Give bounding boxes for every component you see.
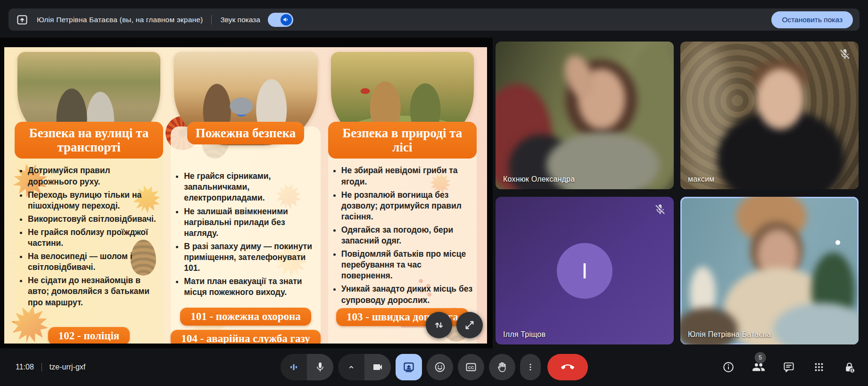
host-controls-button[interactable] [843,361,856,374]
participant-name: Ілля Тріщов [503,330,546,339]
end-call-button[interactable] [547,354,588,380]
control-bar: 11:08 tze-urrj-gxf [0,348,868,386]
raise-hand-icon [496,361,508,373]
clock-time: 11:08 [16,363,34,371]
share-sound-toggle[interactable] [268,13,293,27]
presenter-label: Юлія Петрівна Батаєва (вы, на главном эк… [37,16,203,24]
present-icon [403,361,415,373]
emergency-badge: 102 - поліція [48,327,130,344]
reactions-button[interactable] [427,354,453,380]
column-title: Безпека на вулиці та транспорті [15,122,163,159]
reactions-icon [434,361,446,373]
slide-column-fire-safety: Пожежна безпека Не грайся сірниками, зап… [171,47,321,344]
divider [211,15,212,25]
divider [41,363,42,371]
bullet-item: Переходь вулицю тільки на пішохідному пе… [28,190,161,211]
bullet-item: Уникай занадто диких місць без супроводу… [341,284,475,305]
bullet-item: Повідомляй батьків про місце перебування… [341,249,475,281]
mic-icon[interactable] [307,354,333,380]
emergency-badge: 101 - пожежна охорона [180,308,311,326]
participant-count-badge: 5 [755,352,766,363]
apps-button[interactable] [812,361,826,374]
participant-tile-bataieva[interactable]: Юлія Петрівна Батаєва [680,197,859,344]
captions-icon: CC [465,361,477,373]
meeting-panels: 5 [722,361,856,374]
chat-button[interactable] [782,361,795,374]
swap-tiles-icon [433,319,445,331]
shared-screen-stage: Безпека на вулиці та транспорті Дотримуй… [0,38,493,348]
slide-column-street-safety: Безпека на вулиці та транспорті Дотримуй… [15,47,163,344]
end-call-icon [561,361,574,374]
emergency-badge: 104 - аварійна служба газу [171,330,321,344]
more-options-icon [526,362,535,372]
participants-grid: Кохнюк Олександра максим І Ілля Тріщов [496,42,859,344]
chevron-up-icon[interactable] [338,354,364,380]
bullet-item: На велосипеді — шолом і світловідбивачі. [28,251,161,273]
bullet-item: Не збирай невідомі гриби та ягоди. [341,165,475,187]
stop-presenting-button[interactable]: Остановить показ [771,11,853,28]
bullet-item: В разі запаху диму — покинути приміщення… [184,241,319,274]
participant-tile-maksym[interactable]: максим [680,42,859,189]
avatar: І [557,243,612,299]
participant-tile-illia[interactable]: І Ілля Тріщов [496,197,674,344]
participant-name: Юлія Петрівна Батаєва [688,330,771,339]
meeting-info: 11:08 tze-urrj-gxf [16,363,85,371]
presentation-banner: Юлія Петрівна Батаєва (вы, на главном эк… [8,8,860,31]
mic-off-icon [839,48,851,60]
column-title: Безпека в природі та лісі [328,122,477,159]
share-sound-label: Звук показа [220,16,260,24]
svg-text:CC: CC [468,365,474,370]
fullscreen-button[interactable] [456,312,483,338]
camera-icon[interactable] [364,354,391,380]
bullet-item: Одягайся за погодою, бери запасний одяг. [341,225,475,246]
apps-icon [813,361,825,373]
participant-name: Кохнюк Олександра [503,175,575,184]
bullet-item: Не грайся поблизу проїжджої частини. [28,227,161,249]
chat-icon [783,361,795,373]
meeting-code: tze-urrj-gxf [50,363,85,371]
participant-tile-kokhnyuk[interactable]: Кохнюк Олександра [496,42,674,189]
captions-button[interactable]: CC [458,354,484,380]
present-icon [16,14,28,26]
highlight-dot [835,240,840,245]
presentation-slide: Безпека на вулиці та транспорті Дотримуй… [4,47,487,344]
bullet-item: Не розпалюй вогнища без дозволу; дотриму… [341,190,475,222]
meet-window: Юлія Петрівна Батаєва (вы, на главном эк… [0,0,868,386]
raise-hand-button[interactable] [489,354,515,380]
bullet-item: Не залишай ввімкненими нагрівальні прила… [184,206,319,239]
swap-tiles-button[interactable] [426,312,452,338]
info-button[interactable] [722,361,735,374]
bullet-item: Дотримуйся правил дорожнього руху. [28,165,161,187]
mic-control[interactable] [281,354,333,380]
more-options-button[interactable] [520,354,541,380]
avatar-letter: І [582,258,588,284]
host-controls-icon [843,361,856,374]
bullet-item: Не грайся сірниками, запальничками, елек… [184,171,319,203]
speaker-icon [281,14,292,25]
bullet-list: Не грайся сірниками, запальничками, елек… [171,171,321,300]
call-controls: CC [281,354,588,380]
info-icon [722,361,735,373]
participant-name: максим [688,175,714,184]
slide-column-nature-safety: Безпека в природі та лісі Не збирай неві… [328,47,477,344]
bullet-item: Мати план евакуації та знати місця пожеж… [184,276,319,298]
people-button[interactable]: 5 [752,361,765,374]
audio-level-icon [281,354,307,380]
present-screen-button[interactable] [396,354,422,380]
bullet-list: Дотримуйся правил дорожнього руху. Перех… [15,165,163,310]
mic-off-icon [654,203,666,216]
bullet-item: Не сідати до незнайомців в авто; домовля… [28,275,161,308]
fullscreen-icon [463,319,476,331]
column-title: Пожежна безпека [187,122,305,144]
camera-control[interactable] [338,354,391,380]
bullet-item: Використовуй світловідбивачі. [28,214,161,225]
bullet-list: Не збирай невідомі гриби та ягоди. Не ро… [328,165,477,308]
